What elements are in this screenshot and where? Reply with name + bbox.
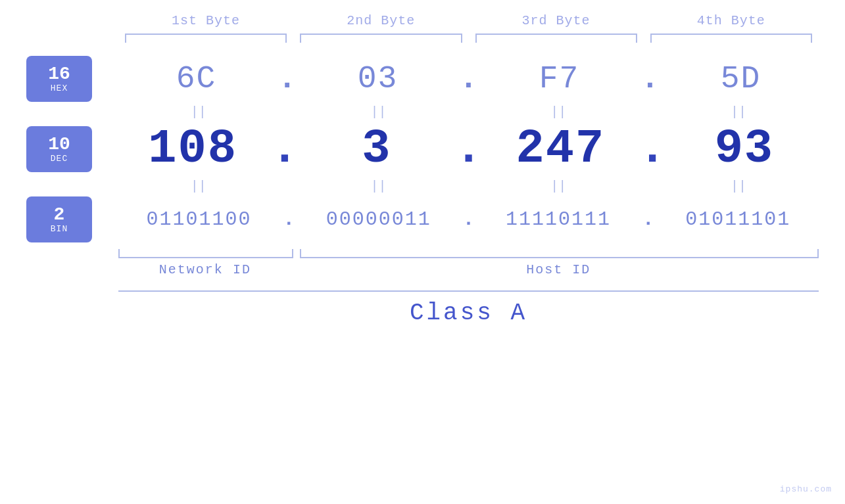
- dec-byte-3: 247: [486, 122, 635, 176]
- top-brackets: [26, 34, 819, 43]
- bracket-2: [300, 34, 462, 43]
- network-id-label: Network ID: [118, 262, 292, 277]
- bin-badge: 2 BIN: [26, 196, 92, 242]
- bracket-4: [650, 34, 812, 43]
- eq-2-4: ||: [658, 179, 819, 194]
- hex-byte-4: 5D: [663, 61, 819, 97]
- dec-bytes: 108 . 3 . 247 . 93: [118, 122, 819, 176]
- bin-dot-1: .: [279, 208, 298, 231]
- bracket-1: [125, 34, 287, 43]
- dec-dot-3: .: [635, 122, 669, 176]
- bin-base-label: BIN: [51, 224, 68, 234]
- hex-byte-2: 03: [300, 61, 456, 97]
- bin-val-2: 00000011: [326, 208, 431, 231]
- dec-val-4: 93: [715, 122, 774, 176]
- hex-row: 16 HEX 6C . 03 . F7 . 5D: [26, 56, 819, 102]
- hex-dot-3: .: [637, 61, 663, 97]
- dec-byte-4: 93: [670, 122, 819, 176]
- byte-header-2: 2nd Byte: [293, 13, 468, 28]
- hex-base-label: HEX: [51, 83, 68, 93]
- host-bracket: [300, 249, 819, 258]
- bin-val-3: 11110111: [506, 208, 611, 231]
- class-line: [118, 290, 819, 292]
- dec-byte-2: 3: [302, 122, 451, 176]
- bottom-brackets-area: Network ID Host ID: [26, 249, 819, 277]
- hex-base-num: 16: [48, 65, 70, 83]
- bin-bytes: 01101100 . 00000011 . 11110111 . 0101110…: [118, 208, 819, 231]
- bin-base-num: 2: [54, 206, 65, 224]
- hex-val-4: 5D: [721, 61, 761, 97]
- equals-row-1: || || || ||: [26, 104, 819, 120]
- bin-byte-4: 01011101: [658, 208, 819, 231]
- bin-dot-2: .: [459, 208, 477, 231]
- hex-badge: 16 HEX: [26, 56, 92, 102]
- bracket-3: [475, 34, 637, 43]
- byte-header-4: 4th Byte: [644, 13, 819, 28]
- hex-byte-3: F7: [481, 61, 637, 97]
- byte-headers-row: 1st Byte 2nd Byte 3rd Byte 4th Byte: [26, 13, 819, 28]
- eq-2-2: ||: [299, 179, 459, 194]
- hex-dot-1: .: [274, 61, 300, 97]
- dec-base-label: DEC: [51, 154, 68, 164]
- equals-row-2: || || || ||: [26, 179, 819, 194]
- id-labels: Network ID Host ID: [118, 262, 819, 277]
- dec-val-1: 108: [148, 122, 237, 176]
- dec-dot-1: .: [267, 122, 302, 176]
- dec-badge: 10 DEC: [26, 126, 92, 172]
- hex-val-3: F7: [539, 61, 580, 97]
- eq-1-1: ||: [118, 104, 279, 120]
- hex-byte-1: 6C: [118, 61, 274, 97]
- dec-dot-2: .: [451, 122, 486, 176]
- hex-bytes: 6C . 03 . F7 . 5D: [118, 61, 819, 97]
- watermark: ipshu.com: [780, 484, 832, 494]
- hex-val-1: 6C: [176, 61, 217, 97]
- eq-2-3: ||: [479, 179, 639, 194]
- dec-val-2: 3: [362, 122, 391, 176]
- bin-byte-2: 00000011: [298, 208, 459, 231]
- dec-val-3: 247: [516, 122, 605, 176]
- eq-2-1: ||: [118, 179, 279, 194]
- eq-1-2: ||: [299, 104, 459, 120]
- bin-byte-1: 01101100: [118, 208, 279, 231]
- eq-1-3: ||: [479, 104, 639, 120]
- main-container: 1st Byte 2nd Byte 3rd Byte 4th Byte 16 H…: [0, 0, 845, 504]
- host-id-label: Host ID: [299, 262, 819, 277]
- byte-header-3: 3rd Byte: [469, 13, 644, 28]
- class-label: Class A: [118, 300, 819, 327]
- hex-val-2: 03: [358, 61, 398, 97]
- bin-dot-3: .: [639, 208, 658, 231]
- bin-val-4: 01011101: [685, 208, 790, 231]
- bottom-brackets: [118, 249, 819, 258]
- bin-byte-3: 11110111: [478, 208, 639, 231]
- network-bracket: [118, 249, 293, 258]
- dec-base-num: 10: [48, 135, 70, 154]
- bin-row: 2 BIN 01101100 . 00000011 . 11110111 . 0…: [26, 196, 819, 242]
- dec-byte-1: 108: [118, 122, 267, 176]
- hex-dot-2: .: [456, 61, 481, 97]
- eq-1-4: ||: [658, 104, 819, 120]
- byte-header-1: 1st Byte: [118, 13, 293, 28]
- dec-row: 10 DEC 108 . 3 . 247 . 93: [26, 122, 819, 176]
- class-area: Class A: [26, 290, 819, 327]
- bin-val-1: 01101100: [147, 208, 252, 231]
